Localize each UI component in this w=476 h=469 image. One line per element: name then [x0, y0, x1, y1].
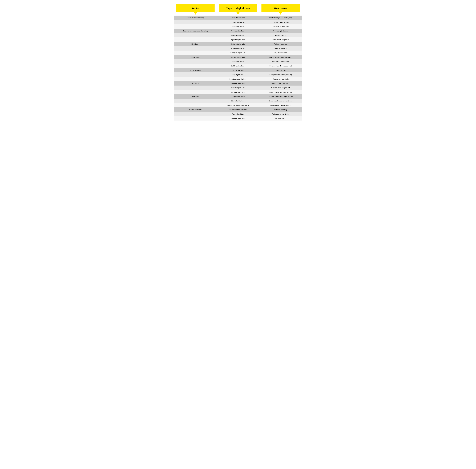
row-item: Project planning and simulation — [259, 55, 302, 59]
main-container: SectorDiscrete manufacturingProcess and … — [174, 4, 302, 121]
row-item: Process digital twin — [217, 20, 259, 24]
row-item: Production optimization — [259, 20, 302, 24]
row-item: Infrastructure monitoring — [259, 77, 302, 81]
rows-type: Product digital twinProcess digital twin… — [217, 16, 259, 121]
row-item: System digital twin — [217, 81, 259, 85]
row-item — [174, 46, 217, 50]
row-item: Process and batch manufacturing — [174, 29, 217, 33]
row-item: City digital twin — [217, 68, 259, 72]
row-item: Supply chain integration — [259, 37, 302, 42]
row-item — [174, 112, 217, 116]
row-item: Product digital twin — [217, 16, 259, 20]
row-item — [174, 99, 217, 103]
row-item: Asset digital twin — [217, 24, 259, 29]
row-item: Process digital twin — [217, 46, 259, 50]
row-item — [174, 72, 217, 77]
row-item: Surgical planning — [259, 46, 302, 50]
row-item: Public services — [174, 68, 217, 72]
column-sector: SectorDiscrete manufacturingProcess and … — [174, 4, 217, 121]
row-item: Biological digital twin — [217, 50, 259, 55]
row-item: Virtual learning environments — [259, 103, 302, 107]
row-item — [174, 90, 217, 94]
row-item: Urban planning — [259, 68, 302, 72]
row-item: Logistics — [174, 81, 217, 85]
rows-sector: Discrete manufacturingProcess and batch … — [174, 16, 217, 121]
row-item: Network planning — [259, 107, 302, 112]
row-item: Predictive maintenance — [259, 24, 302, 29]
row-item — [174, 33, 217, 37]
row-item: Emergency response planning — [259, 72, 302, 77]
row-item: Process optimization — [259, 29, 302, 33]
row-item: Telecommunication — [174, 107, 217, 112]
row-item: Discrete manufacturing — [174, 16, 217, 20]
row-item: Campus digital twin — [217, 94, 259, 99]
row-item: Healthcare — [174, 42, 217, 46]
row-item: Process digital twin — [217, 29, 259, 33]
row-item: System digital twin — [217, 116, 259, 121]
header-usecases: Use cases — [261, 4, 300, 15]
row-item: Product design and prototyping — [259, 16, 302, 20]
row-item: Student digital twin — [217, 99, 259, 103]
row-item — [174, 116, 217, 121]
column-type: Type of digital twinProduct digital twin… — [217, 4, 259, 121]
row-item — [174, 24, 217, 29]
row-item — [174, 37, 217, 42]
row-item — [174, 64, 217, 68]
row-item: Warehouse management — [259, 85, 302, 90]
row-item: Construction — [174, 55, 217, 59]
row-item — [174, 50, 217, 55]
row-item: Asset digital twin — [217, 59, 259, 64]
row-item — [174, 85, 217, 90]
column-usecases: Use casesProduct design and prototypingP… — [259, 4, 302, 121]
header-sector: Sector — [176, 4, 215, 15]
row-item: Performance monitoring — [259, 112, 302, 116]
row-item: Education — [174, 94, 217, 99]
row-item: Infrastructure digital twin — [217, 77, 259, 81]
row-item: Fleet tracking and optimization — [259, 90, 302, 94]
row-item — [174, 103, 217, 107]
row-item: System digital twin — [217, 90, 259, 94]
row-item: Facility digital twin — [217, 85, 259, 90]
row-item — [174, 20, 217, 24]
row-item: Quality control — [259, 33, 302, 37]
rows-usecases: Product design and prototypingProduction… — [259, 16, 302, 121]
row-item: Patient digital twin — [217, 42, 259, 46]
row-item: Building digital twin — [217, 64, 259, 68]
row-item: City digital twin — [217, 72, 259, 77]
row-item: Asset digital twin — [217, 112, 259, 116]
row-item: System digital twin — [217, 37, 259, 42]
row-item: Resource management — [259, 59, 302, 64]
row-item: Student performance monitoring — [259, 99, 302, 103]
row-item: Fault detection — [259, 116, 302, 121]
row-item — [174, 59, 217, 64]
row-item: Project digital twin — [217, 55, 259, 59]
row-item: Campus planning and optimization — [259, 94, 302, 99]
row-item: Patient monitoring — [259, 42, 302, 46]
row-item: Building lifecycle management — [259, 64, 302, 68]
header-type: Type of digital twin — [219, 4, 257, 15]
row-item: Supply chain optimization — [259, 81, 302, 85]
row-item — [174, 77, 217, 81]
row-item: Learning environment digital twin — [217, 103, 259, 107]
row-item: Drug development — [259, 50, 302, 55]
row-item: Infrastructure digital twin — [217, 107, 259, 112]
row-item: Product digital twin — [217, 33, 259, 37]
